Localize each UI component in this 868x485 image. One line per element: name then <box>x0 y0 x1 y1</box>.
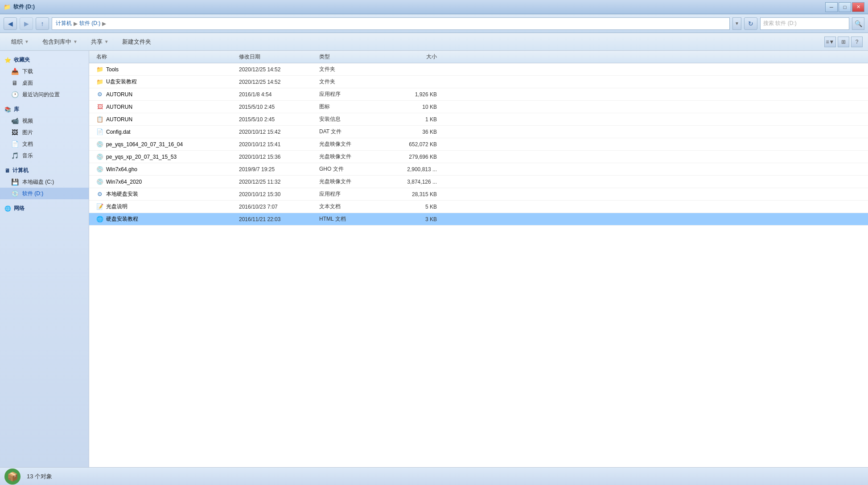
include-button[interactable]: 包含到库中 ▼ <box>37 35 83 49</box>
status-icon: 📦 <box>4 469 21 485</box>
sidebar-item-download[interactable]: 📥 下载 <box>0 66 89 77</box>
sidebar-section-library: 📚 库 📹 视频 🖼 图片 📄 文档 🎵 音乐 <box>0 104 89 161</box>
refresh-button[interactable]: ↻ <box>744 17 757 30</box>
file-row[interactable]: 📁 U盘安装教程 2020/12/25 14:52 文件夹 <box>89 76 868 88</box>
address-bar: ◀ ▶ ↑ 计算机 ▶ 软件 (D:) ▶ ▼ ↻ 搜索 软件 (D:) 🔍 <box>0 14 868 33</box>
file-type-icon: 📁 <box>96 66 103 73</box>
file-type-cell: 应用程序 <box>316 90 387 98</box>
file-name-cell: 📄 Config.dat <box>93 128 235 136</box>
file-name-cell: 💿 Win7x64_2020 <box>93 178 235 185</box>
file-type-icon: 💿 <box>96 153 103 160</box>
col-name-header[interactable]: 名称 <box>93 53 235 61</box>
file-date-cell: 2020/10/12 15:41 <box>235 141 316 148</box>
file-name-text: pe_yqs_1064_20_07_31_16_04 <box>106 141 183 148</box>
sidebar-item-music[interactable]: 🎵 音乐 <box>0 150 89 161</box>
up-button[interactable]: ↑ <box>36 17 49 30</box>
file-row[interactable]: ⚙ AUTORUN 2016/1/8 4:54 应用程序 1,926 KB <box>89 88 868 101</box>
computer-icon: 🖥 <box>4 168 10 174</box>
sidebar-item-music-label: 音乐 <box>22 152 33 160</box>
sidebar-item-pictures-label: 图片 <box>22 129 33 136</box>
path-sep-2: ▶ <box>102 21 106 27</box>
share-button[interactable]: 共享 ▼ <box>85 35 115 49</box>
file-size-cell: 1,926 KB <box>387 91 440 98</box>
file-type-cell: 光盘映像文件 <box>316 178 387 185</box>
file-type-icon: 📝 <box>96 203 103 210</box>
sidebar-item-video[interactable]: 📹 视频 <box>0 115 89 127</box>
library-label: 库 <box>14 106 19 113</box>
organize-button[interactable]: 组织 ▼ <box>5 35 35 49</box>
new-folder-button[interactable]: 新建文件夹 <box>116 35 157 49</box>
file-name-cell: 📝 光盘说明 <box>93 203 235 210</box>
sidebar-header-computer[interactable]: 🖥 计算机 <box>0 165 89 176</box>
sidebar-item-c-drive[interactable]: 💾 本地磁盘 (C:) <box>0 176 89 188</box>
sidebar-item-d-drive-label: 软件 (D:) <box>22 190 43 197</box>
file-name-text: AUTORUN <box>106 91 132 98</box>
file-area: 名称 修改日期 类型 大小 📁 Tools 2020/12/25 14:52 文… <box>89 51 868 467</box>
address-path: 计算机 ▶ 软件 (D:) ▶ <box>52 17 730 30</box>
forward-button[interactable]: ▶ <box>20 17 33 30</box>
file-row[interactable]: 💿 pe_yqs_1064_20_07_31_16_04 2020/10/12 … <box>89 138 868 151</box>
file-row[interactable]: 🌐 硬盘安装教程 2016/11/21 22:03 HTML 文档 3 KB <box>89 213 868 226</box>
minimize-button[interactable]: ─ <box>825 2 838 12</box>
file-type-cell: 文本文档 <box>316 203 387 210</box>
sidebar-item-recent[interactable]: 🕐 最近访问的位置 <box>0 89 89 100</box>
computer-label: 计算机 <box>12 167 29 174</box>
sidebar-item-pictures[interactable]: 🖼 图片 <box>0 127 89 138</box>
favorites-label: 收藏夹 <box>14 56 30 64</box>
file-row[interactable]: 📄 Config.dat 2020/10/12 15:42 DAT 文件 36 … <box>89 126 868 138</box>
download-icon: 📥 <box>11 67 19 75</box>
file-name-cell: 📁 U盘安装教程 <box>93 78 235 86</box>
preview-button[interactable]: ⊞ <box>838 37 849 47</box>
file-name-cell: 🌐 硬盘安装教程 <box>93 215 235 223</box>
d-drive-icon: 💿 <box>11 189 19 197</box>
search-button[interactable]: 🔍 <box>852 17 864 30</box>
close-button[interactable]: ✕ <box>852 2 864 12</box>
sidebar-section-network: 🌐 网络 <box>0 203 89 214</box>
pictures-icon: 🖼 <box>11 128 19 136</box>
help-button[interactable]: ? <box>851 37 863 47</box>
sidebar-header-network[interactable]: 🌐 网络 <box>0 203 89 214</box>
organize-label: 组织 <box>11 38 23 46</box>
file-row[interactable]: 💿 Win7x64_2020 2020/12/25 11:32 光盘映像文件 3… <box>89 176 868 188</box>
file-type-cell: 光盘映像文件 <box>316 153 387 160</box>
file-row[interactable]: 📝 光盘说明 2016/10/23 7:07 文本文档 5 KB <box>89 201 868 213</box>
file-row[interactable]: 📋 AUTORUN 2015/5/10 2:45 安装信息 1 KB <box>89 113 868 126</box>
file-type-cell: 文件夹 <box>316 66 387 73</box>
file-row[interactable]: ⚙ 本地硬盘安装 2020/10/12 15:30 应用程序 28,315 KB <box>89 188 868 201</box>
address-dropdown[interactable]: ▼ <box>732 17 741 30</box>
sidebar-item-d-drive[interactable]: 💿 软件 (D:) <box>0 188 89 199</box>
include-dropdown-icon: ▼ <box>73 39 78 44</box>
sidebar-section-favorites: ⭐ 收藏夹 📥 下载 🖥 桌面 🕐 最近访问的位置 <box>0 54 89 100</box>
maximize-button[interactable]: □ <box>839 2 851 12</box>
file-type-icon: 📄 <box>96 128 103 136</box>
file-row[interactable]: 💿 Win7x64.gho 2019/9/7 19:25 GHO 文件 2,90… <box>89 163 868 176</box>
view-dropdown-button[interactable]: ≡▼ <box>824 37 836 47</box>
sidebar-item-desktop[interactable]: 🖥 桌面 <box>0 77 89 89</box>
recent-icon: 🕐 <box>11 90 19 99</box>
include-label: 包含到库中 <box>42 38 71 46</box>
file-row[interactable]: 💿 pe_yqs_xp_20_07_31_15_53 2020/10/12 15… <box>89 151 868 163</box>
file-type-icon: 💿 <box>96 141 103 148</box>
col-size-header[interactable]: 大小 <box>387 53 440 61</box>
c-drive-icon: 💾 <box>11 178 19 186</box>
sidebar-header-favorites[interactable]: ⭐ 收藏夹 <box>0 54 89 66</box>
col-type-header[interactable]: 类型 <box>316 53 387 61</box>
path-drive[interactable]: 软件 (D:) <box>79 20 100 27</box>
video-icon: 📹 <box>11 117 19 125</box>
file-row[interactable]: 📁 Tools 2020/12/25 14:52 文件夹 <box>89 63 868 76</box>
file-type-icon: 🌐 <box>96 216 103 223</box>
title-bar-left: 📁 软件 (D:) <box>4 3 35 11</box>
window-title: 软件 (D:) <box>13 3 35 11</box>
file-date-cell: 2015/5/10 2:45 <box>235 104 316 110</box>
path-computer[interactable]: 计算机 <box>56 20 72 27</box>
network-label: 网络 <box>14 205 25 212</box>
file-date-cell: 2020/10/12 15:36 <box>235 154 316 160</box>
file-row[interactable]: 🖼 AUTORUN 2015/5/10 2:45 图标 10 KB <box>89 101 868 113</box>
sidebar-item-c-drive-label: 本地磁盘 (C:) <box>22 178 54 186</box>
file-type-icon: ⚙ <box>96 191 103 198</box>
col-date-header[interactable]: 修改日期 <box>235 53 316 61</box>
file-name-text: pe_yqs_xp_20_07_31_15_53 <box>106 154 177 160</box>
sidebar-item-documents[interactable]: 📄 文档 <box>0 138 89 150</box>
sidebar-header-library[interactable]: 📚 库 <box>0 104 89 115</box>
back-button[interactable]: ◀ <box>4 17 17 30</box>
